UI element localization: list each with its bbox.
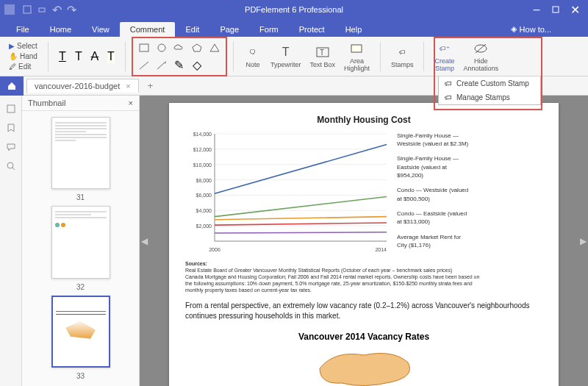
tab-close-icon[interactable]: × <box>126 82 130 90</box>
maximize-button[interactable] <box>547 2 564 17</box>
textbox-icon: T <box>314 45 331 60</box>
svg-point-16 <box>7 162 13 168</box>
rectangle-shape[interactable] <box>136 40 152 56</box>
page-thumb-33[interactable] <box>51 296 110 368</box>
next-page-arrow[interactable]: ▶ <box>580 236 587 246</box>
menu-edit[interactable]: Edit <box>175 22 209 37</box>
thumb-label: 31 <box>76 193 85 201</box>
thumbnail-close-icon[interactable]: × <box>129 99 133 107</box>
page-thumb-32[interactable] <box>51 206 110 278</box>
svg-text:$4,000: $4,000 <box>196 208 212 213</box>
create-stamp-button[interactable]: 🏷⁺Create Stamp <box>430 40 459 74</box>
add-tab-button[interactable]: + <box>143 80 158 91</box>
qat-print-icon[interactable] <box>37 4 47 15</box>
svg-line-7 <box>140 62 148 69</box>
svg-line-17 <box>12 168 15 170</box>
stamps-button[interactable]: 🏷Stamps <box>387 43 418 70</box>
thumbnail-title: Thumbnail <box>28 99 65 107</box>
pentagon-shape[interactable] <box>189 40 205 56</box>
svg-text:$6,000: $6,000 <box>196 193 212 198</box>
create-stamp-icon: 🏷⁺ <box>436 41 453 56</box>
svg-line-40 <box>215 232 387 233</box>
cloud-shape[interactable] <box>171 40 187 56</box>
minimize-button[interactable]: – <box>528 2 545 17</box>
legend-item: Single-Family House — Westside (valued a… <box>397 132 470 148</box>
ribbon: ▶Select ✋Hand 🖉Edit T T A T ✎ ◇ <box>0 37 588 76</box>
menu-page[interactable]: Page <box>209 22 249 37</box>
menu-home[interactable]: Home <box>40 22 82 37</box>
svg-text:2006: 2006 <box>209 247 220 252</box>
legend-item: Condo — Eastside (valued at $313,000) <box>397 210 470 226</box>
legend-item: Average Market Rent for City ($1,176) <box>397 233 470 249</box>
area-highlight-button[interactable]: Area Highlight <box>340 40 374 74</box>
thumb-label: 32 <box>76 283 85 291</box>
qat-save-icon[interactable] <box>22 4 32 15</box>
menu-comment[interactable]: Comment <box>120 22 176 37</box>
svg-text:2014: 2014 <box>375 247 387 252</box>
pencil-tool[interactable]: ✎ <box>171 57 187 74</box>
menu-protect[interactable]: Protect <box>289 22 335 37</box>
home-tab-button[interactable] <box>0 76 24 96</box>
text-strikethrough-tool[interactable]: A <box>87 49 103 65</box>
svg-text:$10,000: $10,000 <box>193 162 212 168</box>
thumbnail-panel: Thumbnail × 31 32 33 <box>22 96 140 386</box>
note-button[interactable]: 🗨Note <box>240 43 266 70</box>
menu-help[interactable]: Help <box>335 22 373 37</box>
prev-page-arrow[interactable]: ◀ <box>141 236 148 246</box>
body-text: From a rental perspective, an extremely … <box>185 301 542 321</box>
line-shape[interactable] <box>136 57 152 74</box>
section-subtitle: Vancouver 2014 Vacancy Rates <box>185 332 542 342</box>
edit-tool[interactable]: 🖉Edit <box>7 62 39 71</box>
svg-rect-2 <box>553 7 559 12</box>
svg-rect-3 <box>140 44 148 51</box>
typewriter-icon: T <box>277 45 295 60</box>
svg-rect-0 <box>24 6 31 13</box>
stamp-small-icon: 🏷 <box>445 79 452 87</box>
qat-undo-icon[interactable]: ↶ <box>51 4 62 15</box>
text-underline-tool[interactable]: T <box>54 49 71 65</box>
tab-label: vancouver-2016-budget <box>35 82 120 90</box>
create-custom-stamp-item[interactable]: 🏷Create Custom Stamp <box>439 76 540 90</box>
hide-icon <box>472 41 490 56</box>
search-rail-icon[interactable] <box>5 160 17 172</box>
svg-text:$14,000: $14,000 <box>193 132 212 137</box>
vacancy-map <box>290 346 437 386</box>
hand-tool[interactable]: ✋Hand <box>7 51 39 61</box>
svg-rect-1 <box>39 8 45 12</box>
typewriter-button[interactable]: TTypewriter <box>266 43 306 70</box>
app-title: PDFelement 6 Professional <box>245 5 343 14</box>
text-squiggle-tool[interactable]: T <box>71 49 87 65</box>
triangle-shape[interactable] <box>207 40 223 56</box>
svg-line-36 <box>215 145 387 194</box>
page-thumb-31[interactable] <box>51 117 110 189</box>
bookmarks-rail-icon[interactable] <box>5 122 17 134</box>
menu-view[interactable]: View <box>82 22 120 37</box>
howto-link[interactable]: ◈How to... <box>503 21 559 37</box>
stamp-small-icon: 🏷 <box>445 93 452 101</box>
arrow-shape[interactable] <box>154 57 170 74</box>
menu-bar: File Home View Comment Edit Page Form Pr… <box>0 19 588 37</box>
textbox-button[interactable]: TText Box <box>305 43 340 70</box>
thumb-label: 33 <box>76 372 85 380</box>
chart-legend: Single-Family House — Westside (valued a… <box>397 129 470 254</box>
shapes-group: ✎ ◇ <box>132 37 227 76</box>
document-tab[interactable]: vancouver-2016-budget × <box>26 79 139 93</box>
menu-form[interactable]: Form <box>249 22 289 37</box>
eraser-tool[interactable]: ◇ <box>189 57 205 74</box>
area-highlight-icon <box>348 41 365 56</box>
select-tool[interactable]: ▶Select <box>7 41 39 51</box>
circle-shape[interactable] <box>154 40 170 56</box>
svg-point-4 <box>158 44 165 51</box>
manage-stamps-item[interactable]: 🏷Manage Stamps <box>439 90 540 104</box>
document-view[interactable]: ◀ ▶ Monthly Housing Cost $2,000$4,000$6,… <box>140 96 588 386</box>
legend-item: Single-Family House — Eastside (valued a… <box>397 154 470 179</box>
comments-rail-icon[interactable] <box>5 141 17 153</box>
housing-cost-chart: $2,000$4,000$6,000$8,000$10,000$12,000$1… <box>185 129 391 254</box>
svg-line-38 <box>215 217 387 220</box>
hide-annotations-button[interactable]: Hide Annotations <box>459 40 503 74</box>
menu-file[interactable]: File <box>6 22 40 37</box>
thumbnails-rail-icon[interactable] <box>5 103 17 115</box>
text-highlight-tool[interactable]: T <box>103 49 119 65</box>
close-button[interactable]: ✕ <box>566 2 584 17</box>
qat-redo-icon[interactable]: ↷ <box>66 4 76 15</box>
